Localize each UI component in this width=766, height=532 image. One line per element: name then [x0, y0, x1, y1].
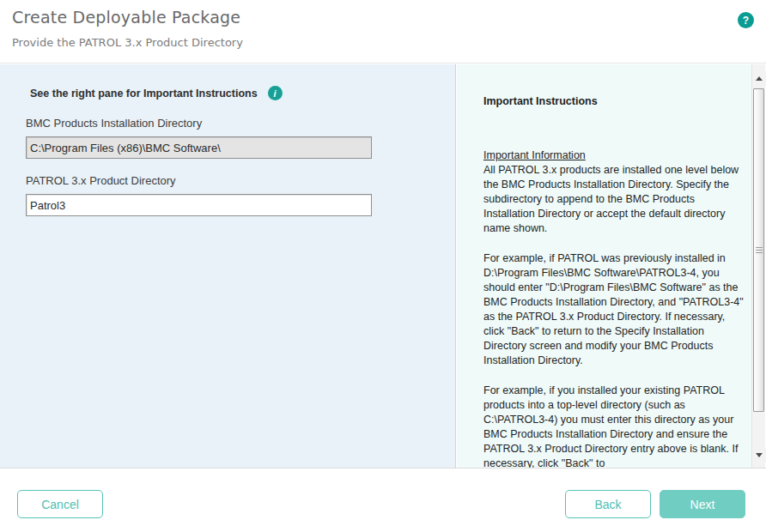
- vertical-scrollbar[interactable]: [751, 64, 765, 468]
- product-directory-label: PATROL 3.x Product Directory: [26, 174, 176, 187]
- form-pane: See the right pane for Important Instruc…: [0, 64, 456, 468]
- installation-directory-field: [26, 136, 372, 159]
- help-icon[interactable]: ?: [738, 12, 754, 28]
- info-icon-glyph: i: [274, 88, 277, 99]
- instructions-pane: Important Instructions Important Informa…: [457, 64, 751, 468]
- scrollbar-thumb[interactable]: [753, 88, 764, 412]
- instructions-content: Important Instructions Important Informa…: [483, 94, 745, 468]
- scroll-down-button[interactable]: [752, 448, 766, 462]
- page-subtitle: Provide the PATROL 3.x Product Directory: [12, 36, 243, 49]
- product-directory-input[interactable]: [26, 194, 372, 216]
- info-icon: i: [268, 86, 283, 100]
- instructions-paragraph: Important Information All PATROL 3.x pro…: [483, 148, 745, 236]
- cancel-button[interactable]: Cancel: [17, 490, 103, 518]
- installation-directory-label: BMC Products Installation Directory: [26, 117, 202, 130]
- chevron-up-icon: [756, 76, 763, 81]
- important-information-heading: Important Information: [483, 149, 586, 161]
- main-content: See the right pane for Important Instruc…: [0, 64, 766, 468]
- instructions-paragraph: For example, if you installed your exist…: [483, 384, 745, 468]
- wizard-header: Create Deployable Package Provide the PA…: [0, 0, 766, 63]
- next-button[interactable]: Next: [660, 490, 745, 518]
- instruction-note-row: See the right pane for Important Instruc…: [30, 86, 425, 100]
- page-title: Create Deployable Package: [12, 8, 240, 27]
- instructions-heading: Important Instructions: [483, 94, 745, 109]
- wizard-footer: Cancel Back Next: [0, 468, 766, 532]
- scroll-up-button[interactable]: [752, 71, 766, 86]
- scrollbar-grip-icon: [756, 247, 763, 253]
- instructions-text: All PATROL 3.x products are installed on…: [483, 164, 739, 234]
- instructions-paragraph: For example, if PATROL was previously in…: [483, 251, 745, 368]
- back-button[interactable]: Back: [565, 490, 651, 518]
- help-icon-glyph: ?: [743, 15, 749, 27]
- instruction-note: See the right pane for Important Instruc…: [30, 88, 258, 100]
- chevron-down-icon: [756, 453, 763, 457]
